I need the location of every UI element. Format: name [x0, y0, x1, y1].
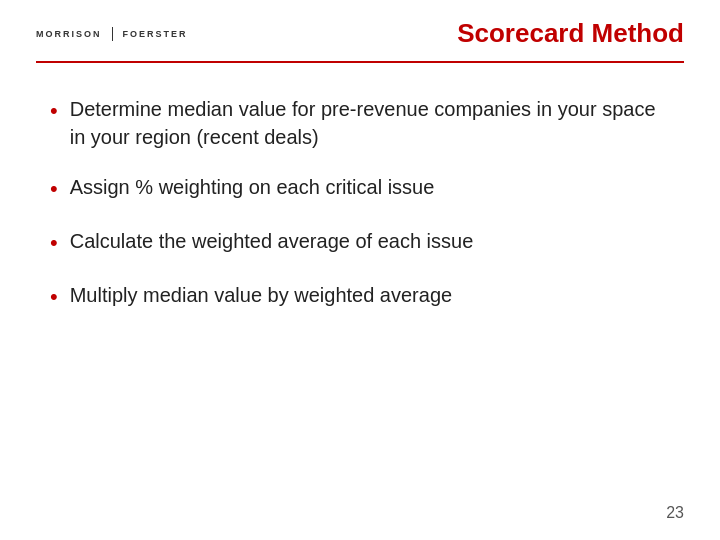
list-item: • Determine median value for pre-revenue…	[50, 95, 670, 151]
bullet-text: Assign % weighting on each critical issu…	[70, 173, 670, 201]
logo-part1: MORRISON	[36, 29, 102, 39]
bullet-dot-icon: •	[50, 282, 58, 313]
bullet-dot-icon: •	[50, 228, 58, 259]
page-number: 23	[666, 504, 684, 522]
bullet-text: Determine median value for pre-revenue c…	[70, 95, 670, 151]
slide-content: • Determine median value for pre-revenue…	[0, 63, 720, 354]
logo-divider-line	[112, 27, 113, 41]
bullet-text: Multiply median value by weighted averag…	[70, 281, 670, 309]
slide: MORRISON FOERSTER Scorecard Method • Det…	[0, 0, 720, 540]
bullet-dot-icon: •	[50, 174, 58, 205]
header-bar: MORRISON FOERSTER Scorecard Method	[0, 0, 720, 49]
list-item: • Calculate the weighted average of each…	[50, 227, 670, 259]
list-item: • Multiply median value by weighted aver…	[50, 281, 670, 313]
bullet-list: • Determine median value for pre-revenue…	[50, 95, 670, 312]
slide-title: Scorecard Method	[457, 18, 684, 49]
bullet-dot-icon: •	[50, 96, 58, 127]
logo: MORRISON FOERSTER	[36, 27, 188, 41]
bullet-text: Calculate the weighted average of each i…	[70, 227, 670, 255]
logo-part2: FOERSTER	[123, 29, 188, 39]
list-item: • Assign % weighting on each critical is…	[50, 173, 670, 205]
